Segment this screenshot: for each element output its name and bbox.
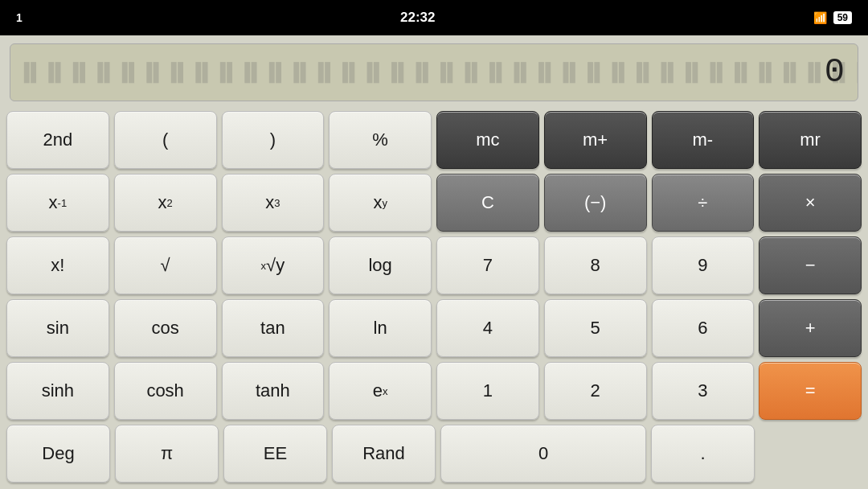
display-placeholder-dots: ▐▌▐▌▐▌▐▌▐▌▐▌▐▌▐▌▐▌▐▌▐▌▐▌▐▌▐▌▐▌▐▌▐▌▐▌▐▌▐▌… (18, 63, 858, 83)
btn-equals-tall[interactable]: = (759, 362, 862, 420)
btn-x-cubed[interactable]: x3 (222, 174, 325, 232)
btn-ex[interactable]: ex (329, 362, 432, 420)
btn-3[interactable]: 3 (652, 362, 755, 420)
btn-mc[interactable]: mc (436, 111, 539, 169)
btn-log[interactable]: log (329, 236, 432, 294)
btn-close-paren[interactable]: ) (222, 111, 325, 169)
button-row-2: x-1 x2 x3 xy C (−) ÷ × (6, 174, 862, 232)
btn-9[interactable]: 9 (652, 236, 755, 294)
button-row-6: Deg π EE Rand 0 . (6, 425, 862, 483)
status-indicator: 1 (16, 11, 23, 24)
btn-cosh[interactable]: cosh (114, 362, 217, 420)
btn-tanh[interactable]: tanh (222, 362, 325, 420)
battery-indicator: 59 (833, 11, 852, 24)
btn-mplus[interactable]: m+ (544, 111, 647, 169)
btn-rand[interactable]: Rand (332, 425, 436, 483)
btn-x-to-y[interactable]: xy (329, 174, 432, 232)
status-right-icons: 📶 59 (813, 11, 852, 24)
btn-factorial[interactable]: x! (6, 236, 109, 294)
btn-pi[interactable]: π (115, 425, 219, 483)
btn-decimal[interactable]: . (651, 425, 755, 483)
btn-6[interactable]: 6 (652, 299, 755, 357)
btn-cos[interactable]: cos (114, 299, 217, 357)
display-screen: ▐▌▐▌▐▌▐▌▐▌▐▌▐▌▐▌▐▌▐▌▐▌▐▌▐▌▐▌▐▌▐▌▐▌▐▌▐▌▐▌… (10, 43, 858, 101)
btn-open-paren[interactable]: ( (114, 111, 217, 169)
btn-add[interactable]: + (759, 299, 862, 357)
btn-x-inverse[interactable]: x-1 (6, 174, 109, 232)
btn-4[interactable]: 4 (436, 299, 539, 357)
btn-subtract[interactable]: − (759, 236, 862, 294)
wifi-icon: 📶 (813, 11, 827, 24)
btn-ln[interactable]: ln (329, 299, 432, 357)
button-row-3: x! √ x√y log 7 8 9 − (6, 236, 862, 294)
btn-deg[interactable]: Deg (6, 425, 110, 483)
btn-8[interactable]: 8 (544, 236, 647, 294)
btn-divide[interactable]: ÷ (652, 174, 755, 232)
btn-ee[interactable]: EE (223, 425, 327, 483)
btn-multiply[interactable]: × (759, 174, 862, 232)
display-background: ▐▌▐▌▐▌▐▌▐▌▐▌▐▌▐▌▐▌▐▌▐▌▐▌▐▌▐▌▐▌▐▌▐▌▐▌▐▌▐▌… (10, 44, 858, 101)
btn-mr[interactable]: mr (759, 111, 862, 169)
btn-xth-root[interactable]: x√y (222, 236, 325, 294)
status-bar: 1 22:32 📶 59 (0, 0, 868, 35)
btn-2nd[interactable]: 2nd (6, 111, 109, 169)
btn-5[interactable]: 5 (544, 299, 647, 357)
btn-sin[interactable]: sin (6, 299, 109, 357)
button-row-4: sin cos tan ln 4 5 6 + (6, 299, 862, 357)
btn-sqrt[interactable]: √ (114, 236, 217, 294)
btn-1[interactable]: 1 (436, 362, 539, 420)
btn-clear[interactable]: C (436, 174, 539, 232)
btn-7[interactable]: 7 (436, 236, 539, 294)
button-row-5: sinh cosh tanh ex 1 2 3 = (6, 362, 862, 420)
btn-percent[interactable]: % (329, 111, 432, 169)
btn-mminus[interactable]: m- (652, 111, 755, 169)
btn-tan[interactable]: tan (222, 299, 325, 357)
btn-2[interactable]: 2 (544, 362, 647, 420)
btn-sinh[interactable]: sinh (6, 362, 109, 420)
display-value: 0 (825, 53, 845, 92)
button-grid: 2nd ( ) % mc m+ m- mr x-1 x2 x3 xy C (−)… (0, 108, 868, 489)
btn-negate[interactable]: (−) (544, 174, 647, 232)
status-time: 22:32 (400, 10, 435, 26)
button-row-1: 2nd ( ) % mc m+ m- mr (6, 111, 862, 169)
calculator: ▐▌▐▌▐▌▐▌▐▌▐▌▐▌▐▌▐▌▐▌▐▌▐▌▐▌▐▌▐▌▐▌▐▌▐▌▐▌▐▌… (0, 35, 868, 489)
btn-x-squared[interactable]: x2 (114, 174, 217, 232)
btn-0[interactable]: 0 (440, 425, 646, 483)
